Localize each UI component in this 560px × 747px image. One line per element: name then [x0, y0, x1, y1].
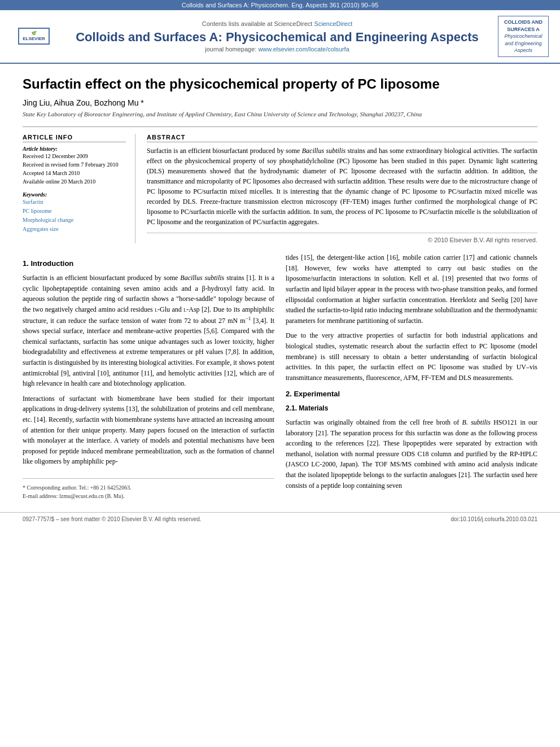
journal-homepage: journal homepage: www.elsevier.com/locat…: [56, 46, 498, 53]
available-online-date: Available online 20 March 2010: [23, 177, 126, 186]
body-col-right: tides [15], the detergent-like action [1…: [286, 252, 537, 501]
authors: Jing Liu, Aihua Zou, Bozhong Mu *: [23, 98, 537, 107]
keyword-2[interactable]: PC liposome: [23, 207, 126, 216]
materials-para-1: Surfactin was originally obtained from t…: [286, 417, 537, 491]
journal-logo-right: COLLOIDS ANDSURFACES APhysicochemicaland…: [498, 16, 549, 57]
footnote-email: E-mail address: lzmu@ecust.edu.cn (B. Mu…: [23, 492, 274, 501]
footer-copyright: 0927-7757/$ – see front matter © 2010 El…: [23, 516, 202, 522]
experimental-heading: 2. Experimental: [286, 388, 537, 400]
homepage-link[interactable]: www.elsevier.com/locate/colsurfa: [258, 46, 349, 53]
footer-doi: doi:10.1016/j.colsurfa.2010.03.021: [451, 516, 537, 522]
author-names: Jing Liu, Aihua Zou, Bozhong Mu *: [23, 98, 144, 107]
journal-header: 🌿 ELSEVIER Contents lists available at S…: [0, 10, 560, 64]
materials-subheading: 2.1. Materials: [286, 403, 537, 414]
intro-heading: 1. Introduction: [23, 258, 274, 269]
body-col-left: 1. Introduction Surfactin is an efficien…: [23, 252, 274, 501]
journal-title: Colloids and Surfaces A: Physicochemical…: [56, 29, 498, 46]
journal-header-center: Contents lists available at ScienceDirec…: [56, 20, 498, 53]
footnote-section: * Corresponding author. Tel.: +86 21 642…: [23, 478, 274, 501]
article-meta-bar: Colloids and Surfaces A: Physicochem. En…: [0, 0, 560, 10]
intro-para-3: Due to the very attractive properties of…: [286, 330, 537, 383]
intro-para-2: Interactions of surfactant with biomembr…: [23, 394, 274, 467]
received-date: Received 12 December 2009: [23, 152, 126, 160]
article-info: ARTICLE INFO Article history: Received 1…: [23, 134, 135, 243]
article-citation: Colloids and Surfaces A: Physicochem. En…: [182, 2, 379, 8]
keywords-section: Keywords: Surfactin PC liposome Morpholo…: [23, 191, 126, 234]
sciencedirect-link[interactable]: ScienceDirect: [314, 20, 352, 27]
abstract-section: ABSTRACT Surfactin is an efficient biosu…: [147, 134, 537, 243]
intro-para-1: Surfactin is an efficient biosurfactant …: [23, 273, 274, 389]
contents-line: Contents lists available at ScienceDirec…: [56, 20, 498, 27]
abstract-text: Surfactin is an efficient biosurfactant …: [147, 146, 537, 227]
article-info-abstract: ARTICLE INFO Article history: Received 1…: [23, 126, 537, 243]
keyword-1[interactable]: Surfactin: [23, 198, 126, 207]
history-label: Article history:: [23, 146, 126, 152]
elsevier-logo: 🌿 ELSEVIER: [11, 28, 56, 45]
article-title: Surfactin effect on the physicochemical …: [23, 75, 537, 93]
keyword-4[interactable]: Aggregates size: [23, 225, 126, 234]
footnote-corresponding: * Corresponding author. Tel.: +86 21 642…: [23, 483, 274, 492]
abstract-label: ABSTRACT: [147, 134, 537, 142]
elsevier-logo-box: 🌿 ELSEVIER: [18, 28, 50, 45]
body-columns: 1. Introduction Surfactin is an efficien…: [23, 252, 537, 501]
affiliation: State Key Laboratory of Bioreactor Engin…: [23, 111, 537, 117]
main-content: Surfactin effect on the physicochemical …: [0, 64, 560, 512]
keywords-label: Keywords:: [23, 191, 126, 198]
article-history: Article history: Received 12 December 20…: [23, 146, 126, 186]
keyword-3[interactable]: Morphological change: [23, 216, 126, 225]
copyright-line: © 2010 Elsevier B.V. All rights reserved…: [147, 233, 537, 243]
intro-continued-para: tides [15], the detergent-like action [1…: [286, 252, 537, 326]
received-revised-date: Received in revised form 7 February 2010: [23, 160, 126, 169]
accepted-date: Accepted 14 March 2010: [23, 169, 126, 177]
footer-bar: 0927-7757/$ – see front matter © 2010 El…: [0, 512, 560, 526]
article-info-label: ARTICLE INFO: [23, 134, 126, 142]
